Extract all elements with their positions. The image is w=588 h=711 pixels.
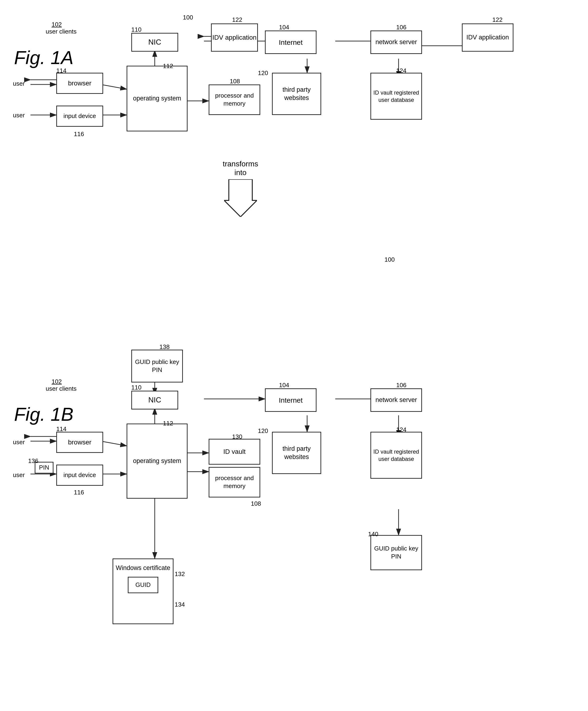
ref100-label-1b: 100 [384, 256, 394, 264]
ref102-1b: 102 [51, 378, 62, 386]
third-party-box-1b: third party websites [272, 432, 321, 474]
ref108-1a: 108 [230, 78, 240, 85]
ref102-userclient-1b: user clients [46, 385, 77, 393]
ref138-1b: 138 [159, 343, 169, 351]
ref102-userclient-1a: user clients [46, 28, 77, 36]
network-server-box-1a: network server [370, 30, 422, 54]
browser-box-1a: browser [56, 73, 103, 94]
ref120-1a: 120 [258, 69, 268, 77]
fig1a-label: Fig. 1A [14, 47, 73, 68]
ref122-topright-1a: 122 [492, 16, 502, 24]
input-device-box-1b: input device [56, 465, 103, 486]
guid-inner-box-1b: GUID [128, 577, 158, 593]
ref116-1a: 116 [74, 130, 84, 138]
ref112-1b: 112 [163, 419, 173, 428]
svg-line-7 [101, 85, 127, 89]
ref116-1b: 116 [74, 489, 84, 497]
nic-box-1b: NIC [131, 391, 178, 409]
ref114-1b: 114 [56, 425, 66, 433]
diagram-container: Fig. 1A 100 102 user clients NIC 110 IDV… [0, 0, 588, 711]
id-vault-small-box-1b: ID vault [209, 439, 260, 465]
ref108-1b: 108 [251, 500, 261, 508]
user1-1b: user [13, 438, 25, 446]
internet-box-1a: Internet [265, 30, 317, 54]
ref120-1b: 120 [258, 427, 268, 435]
transform-section: transforms into [223, 159, 258, 217]
ref104-1a: 104 [279, 23, 289, 31]
network-server-box-1b: network server [370, 388, 422, 412]
ref130-1b: 130 [232, 433, 242, 441]
svg-marker-31 [224, 179, 257, 217]
ref132-1b: 132 [175, 570, 185, 578]
windows-cert-text: Windows certificate [116, 564, 171, 572]
ref122-1a: 122 [232, 16, 242, 24]
input-device-box-1a: input device [56, 106, 103, 127]
browser-box-1b: browser [56, 432, 103, 453]
internet-box-1b: Internet [265, 388, 317, 412]
ref112-1a: 112 [163, 62, 173, 70]
guid-pin-top-box-1b: GUID public key PIN [131, 350, 183, 383]
idv-app-box-1a: IDV application [211, 23, 258, 51]
fig1b-label: Fig. 1B [14, 404, 73, 425]
os-box-1a: operating system [127, 66, 187, 131]
ref134-1b: 134 [175, 601, 185, 609]
id-vault-box-1a: ID vault registered user database [370, 73, 422, 120]
guid-pin-bottom-box-1b: GUID public key PIN [370, 535, 422, 570]
id-vault-registered-box-1b: ID vault registered user database [370, 432, 422, 479]
user2-1b: user [13, 471, 25, 479]
ref136-1b: 136 [28, 457, 38, 465]
ref124-1b: 124 [396, 426, 406, 434]
processor-box-1b: processor and memory [209, 467, 260, 497]
processor-box-1a: processor and memory [209, 85, 260, 115]
ref102-1a: 102 [51, 21, 62, 29]
ref104-1b: 104 [279, 381, 289, 389]
user2-1a: user [13, 111, 25, 120]
third-party-box-1a: third party websites [272, 73, 321, 115]
ref124-1a: 124 [396, 67, 406, 75]
ref106-1a: 106 [396, 23, 406, 31]
ref106-1b: 106 [396, 381, 406, 389]
idv-app-topright-1a: IDV application [462, 23, 514, 51]
nic-box-1a: NIC [131, 33, 178, 51]
os-box-1b: operating system [127, 424, 187, 499]
ref140-1b: 140 [368, 530, 378, 538]
transform-text: transforms into [223, 159, 258, 177]
svg-line-20 [101, 441, 127, 446]
ref110-1b: 110 [131, 384, 141, 392]
ref110-1a: 110 [131, 26, 141, 34]
ref100-label-1a: 100 [183, 14, 193, 22]
ref114-1a: 114 [56, 67, 66, 75]
user1-1a: user [13, 80, 25, 88]
windows-cert-box-1b: Windows certificate GUID [113, 559, 174, 624]
